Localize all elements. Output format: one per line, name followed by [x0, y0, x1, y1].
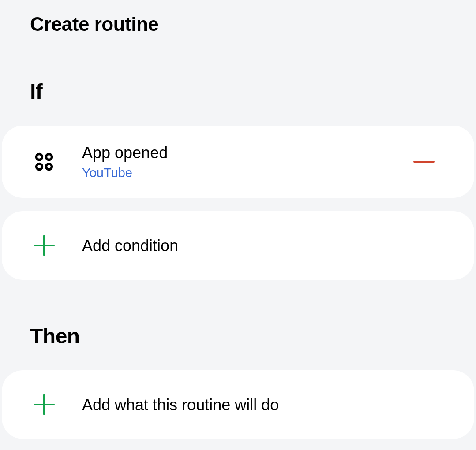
apps-icon — [32, 152, 56, 171]
svg-point-0 — [37, 154, 42, 160]
svg-point-1 — [46, 154, 52, 160]
section-if-title: If — [0, 79, 476, 104]
add-condition-button[interactable]: Add condition — [2, 211, 474, 280]
svg-point-2 — [37, 164, 42, 170]
plus-icon — [32, 235, 56, 256]
add-action-label: Add what this routine will do — [82, 395, 457, 414]
condition-card-app-opened[interactable]: App opened YouTube — [2, 126, 474, 198]
remove-condition-button[interactable] — [413, 151, 435, 172]
plus-icon — [32, 394, 56, 415]
page-title: Create routine — [0, 13, 476, 35]
condition-content: App opened YouTube — [82, 143, 413, 180]
svg-point-3 — [46, 164, 52, 170]
condition-app-name[interactable]: YouTube — [82, 166, 413, 180]
add-condition-label: Add condition — [82, 236, 457, 255]
create-routine-screen: Create routine If App opened YouTube — [0, 0, 476, 450]
condition-label: App opened — [82, 143, 413, 162]
section-then-title: Then — [0, 324, 476, 348]
add-action-button[interactable]: Add what this routine will do — [2, 370, 474, 439]
